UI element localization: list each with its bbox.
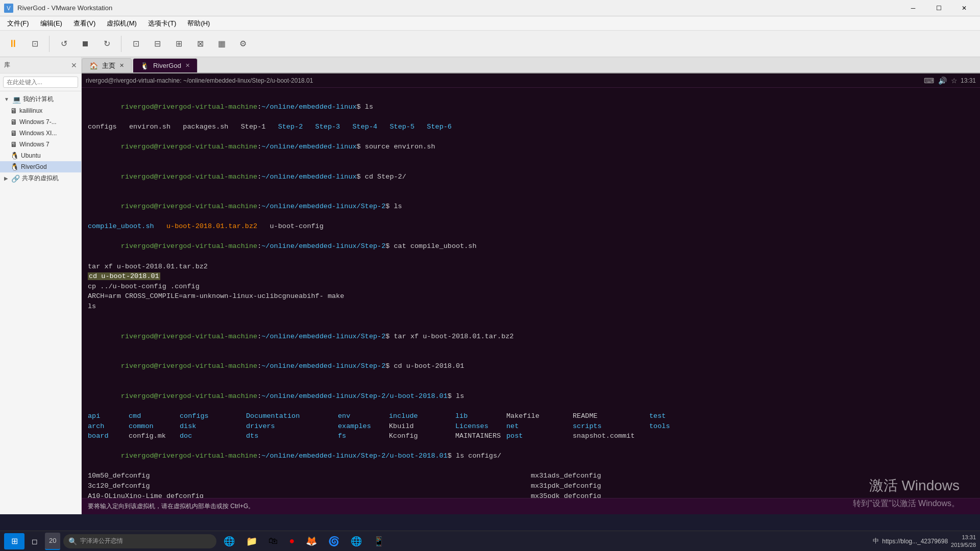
term-output-7: ls [88,302,974,312]
sidebar-search-input[interactable] [3,77,78,88]
taskbar-store[interactable]: 🛍 [264,533,282,550]
sidebar-item-mycomputer[interactable]: ▼ 💻 我的计算机 [0,93,81,105]
vm-icon: 🖥 [10,107,17,115]
toolbar: ⏸ ⊡ ↺ ⏹ ↻ ⊡ ⊟ ⊞ ⊠ ▦ ⚙ [0,31,980,57]
action-center-icon: ◻ [32,537,38,545]
store-icon: 🛍 [268,536,278,546]
tree-label-kaililinux: kaililinux [19,107,42,114]
sidebar-item-shared[interactable]: ▶ 🔗 共享的虚拟机 [0,172,81,184]
term-line-1: rivergod@rivergod-virtual-machine:~/onli… [88,92,974,122]
taskbar-action-center[interactable]: ◻ [28,533,42,550]
sidebar-item-win7-2[interactable]: 🖥 Windows 7 [0,139,81,150]
terminal[interactable]: rivergod@rivergod-virtual-machine:~/onli… [82,88,980,498]
term-line-6: rivergod@rivergod-virtual-machine:~/onli… [88,321,974,352]
configs-row-1: 10m50_defconfig mx31ads_defconfig [88,471,974,481]
taskbar-vm-item[interactable]: 20 [45,533,60,550]
taskbar-app1[interactable]: ● [285,533,299,550]
tree-label-win7-1: Windows 7-... [19,118,57,126]
search-label: 宇泽涛公开恋情 [80,537,123,545]
taskbar: ⊞ ◻ 20 🔍 宇泽涛公开恋情 🌐 📁 🛍 ● 🦊 🌀 🌐 📱 中 https… [0,531,980,551]
tree-label-ubuntu: Ubuntu [21,152,41,159]
menu-edit[interactable]: 编辑(E) [35,17,67,30]
clock-time: 13:31 [962,534,976,541]
taskbar-search[interactable]: 🔍 宇泽涛公开恋情 [63,534,216,548]
tree-label-rivergod: RiverGod [21,163,47,170]
sidebar-item-rivergod[interactable]: 🐧 RiverGod [0,161,81,172]
term-output-5: cp ../u-boot-config .config [88,282,974,292]
clock-date: 2019/5/28 [951,541,976,548]
sidebar-item-kaililinux[interactable]: 🖥 kaililinux [0,105,81,116]
include-dir: include [389,411,455,421]
vm-icon-5: 🐧 [10,152,19,160]
tree-label-win7-2: Windows 7 [19,141,50,148]
suspend-btn[interactable]: ⏹ [76,35,94,53]
start-button[interactable]: ⊞ [4,533,24,549]
pause-button[interactable]: ⏸ [4,35,22,53]
menu-view[interactable]: 查看(V) [68,17,101,30]
vm-icon-6: 🐧 [10,163,19,171]
fullscreen-btn[interactable]: ⊡ [127,35,145,53]
snap-btn[interactable]: ⊠ [191,35,209,53]
tree-label-winxi: Windows XI... [19,130,57,137]
address-bar: rivergod@rivergod-virtual-machine: ~/onl… [82,73,980,88]
term-line-4: rivergod@rivergod-virtual-machine:~/onli… [88,192,974,222]
taskbar-fox[interactable]: 🦊 [302,533,321,550]
taskbar-edge[interactable]: 🌐 [219,533,239,550]
power-btn[interactable]: ↺ [55,35,73,53]
app1-icon: ● [289,536,295,546]
menu-help[interactable]: 帮助(H) [182,17,215,30]
network-label: 中 [873,537,879,545]
term-output-4: cd u-boot-2018.01 [88,271,974,282]
main-layout: 库 ✕ ▼ 💻 我的计算机 🖥 kaililinux 🖥 Windows 7-.… [0,57,980,514]
toolbar-separator-1 [49,36,50,52]
sidebar-item-ubuntu[interactable]: 🐧 Ubuntu [0,150,81,161]
toolbar-btn-1[interactable]: ⊡ [26,35,44,53]
menu-file[interactable]: 文件(F) [2,17,34,30]
taskbar-files[interactable]: 📁 [242,533,261,550]
sidebar-item-win7-1[interactable]: 🖥 Windows 7-... [0,116,81,128]
files-icon: 📁 [246,536,257,547]
content-area: 🏠 主页 ✕ 🐧 RiverGod ✕ rivergod@rivergod-vi… [82,57,980,514]
menu-vm[interactable]: 虚拟机(M) [102,17,142,30]
menu-tabs[interactable]: 选项卡(T) [143,17,182,30]
restart-btn[interactable]: ↻ [97,35,116,53]
taskbar-clock: 13:31 2019/5/28 [951,534,976,548]
sidebar-search-area [0,73,81,91]
tray-url: https://blog..._42379698 [882,538,948,545]
vm-taskbar-icon: 20 [49,537,56,544]
status-bar: 要将输入定向到该虚拟机，请在虚拟机内部单击或按 Ctrl+G。 [82,498,980,514]
taskbar-tray: 中 https://blog..._42379698 [873,537,948,545]
window-title: RiverGod - VMware Workstation [17,4,897,12]
tree-label-shared: 共享的虚拟机 [22,174,59,183]
tab-home-close[interactable]: ✕ [119,62,124,69]
sidebar-item-winxi[interactable]: 🖥 Windows XI... [0,128,81,139]
fit-btn[interactable]: ⊞ [169,35,188,53]
tab-rivergod-close[interactable]: ✕ [185,62,190,69]
configs-row-2: 3c120_defconfig mx31pdk_defconfig [88,481,974,491]
term-ls-row-3: board config.mk doc dts fs Kconfig MAINT… [88,431,974,441]
settings-btn[interactable]: ⚙ [234,35,252,53]
minimize-button[interactable]: ─ [901,0,925,16]
clock-display: 13:31 [961,77,976,84]
sidebar-title: 库 [4,61,69,69]
home-icon: 🏠 [89,62,98,70]
rivergod-tab-icon: 🐧 [140,62,149,70]
taskbar-app2[interactable]: 🌀 [324,533,344,550]
taskbar-app3[interactable]: 📱 [369,533,388,550]
maximize-button[interactable]: ☐ [927,0,950,16]
console-btn[interactable]: ▦ [212,35,231,53]
tab-home[interactable]: 🏠 主页 ✕ [82,58,132,72]
vm-icon-3: 🖥 [10,129,17,137]
close-button[interactable]: ✕ [952,0,976,16]
fox-icon: 🦊 [306,536,317,547]
taskbar-chrome[interactable]: 🌐 [347,533,366,550]
configs-row-3: A10-OLinuXino-Lime_defconfig mx35pdk_def… [88,491,974,498]
term-line-3: rivergod@rivergod-virtual-machine:~/onli… [88,162,974,192]
unity-btn[interactable]: ⊟ [148,35,166,53]
tab-rivergod[interactable]: 🐧 RiverGod ✕ [133,58,198,72]
status-text: 要将输入定向到该虚拟机，请在虚拟机内部单击或按 Ctrl+G。 [88,502,254,511]
term-ls-row-2: arch common disk drivers examples Kbuild… [88,421,974,432]
sidebar-close-btn[interactable]: ✕ [71,61,77,69]
sidebar-header: 库 ✕ [0,57,81,73]
vm-icon-2: 🖥 [10,118,17,126]
